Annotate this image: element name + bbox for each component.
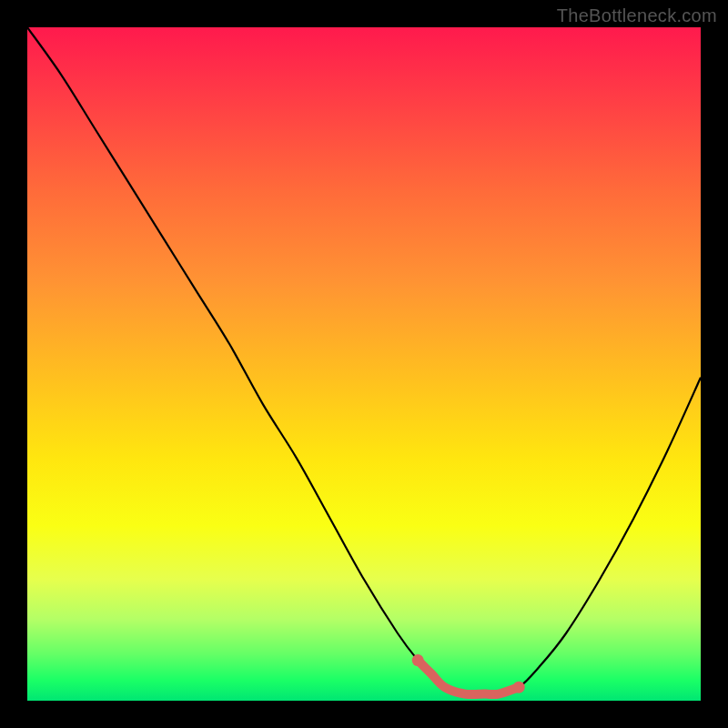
highlight-end-dot xyxy=(513,682,525,693)
curve-svg xyxy=(27,27,701,701)
watermark-label: TheBottleneck.com xyxy=(557,5,717,26)
bottleneck-curve xyxy=(27,27,701,694)
highlight-start-dot xyxy=(412,654,424,666)
plot-area xyxy=(27,27,701,701)
highlight-band xyxy=(418,661,519,695)
chart-frame: TheBottleneck.com xyxy=(0,0,728,728)
